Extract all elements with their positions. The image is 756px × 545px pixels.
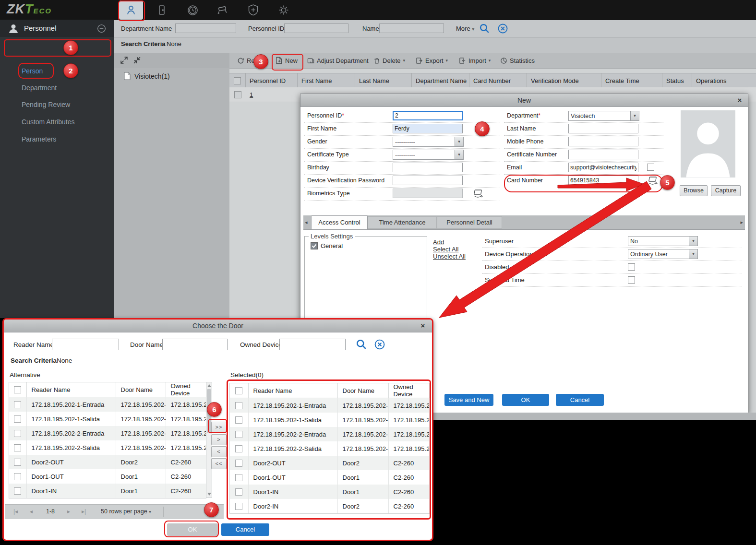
certificate-number-field[interactable] (568, 150, 638, 159)
module-tab-system[interactable] (272, 0, 296, 20)
tab-scroll-right-icon[interactable]: ▸ (740, 219, 743, 225)
superuser-select[interactable]: No▾ (628, 236, 698, 246)
row-checkbox[interactable] (230, 398, 248, 413)
general-checkbox[interactable] (311, 242, 318, 249)
module-tab-attendance[interactable] (180, 0, 204, 20)
cancel-button[interactable]: Cancel (556, 394, 604, 406)
card-number-field[interactable] (568, 176, 638, 185)
new-button[interactable]: New (276, 56, 298, 65)
module-tab-personnel[interactable] (119, 0, 143, 20)
minus-circle-icon[interactable] (97, 24, 106, 35)
row-checkbox[interactable] (230, 427, 248, 441)
collapse-all-icon[interactable] (133, 56, 141, 66)
select-all-checkbox[interactable] (9, 382, 26, 397)
row-checkbox[interactable] (230, 413, 248, 427)
tree-node-visiotech[interactable]: Visiotech(1) (134, 72, 170, 80)
move-all-right-button[interactable]: >> (211, 422, 227, 433)
sidebar-item-custom-attributes[interactable]: Custom Attributes (22, 118, 94, 129)
module-tab-device[interactable] (150, 0, 174, 20)
biometrics-type-field[interactable] (393, 189, 463, 198)
move-left-button[interactable]: < (211, 446, 227, 457)
first-name-field[interactable] (393, 124, 463, 133)
close-icon[interactable]: × (735, 96, 744, 105)
department-name-input[interactable] (175, 24, 236, 33)
row-checkbox[interactable] (9, 426, 26, 440)
module-tab-video[interactable] (210, 0, 234, 20)
personnel-id-field[interactable] (393, 111, 463, 120)
ok-button[interactable]: OK (502, 394, 549, 406)
last-page-icon[interactable]: ▸| (82, 508, 86, 515)
ok-button[interactable]: OK (167, 523, 218, 536)
device-verification-password-field[interactable] (393, 176, 463, 185)
table-row[interactable]: 172.18.195.202-2-Salida172.18.195.202-21… (9, 440, 206, 455)
adjust-department-button[interactable]: Adjust Department (307, 56, 369, 65)
department-select[interactable]: Visiotech▾ (568, 111, 639, 121)
table-row[interactable]: Door2-INDoor2C2-260 (230, 499, 430, 513)
move-all-left-button[interactable]: << (211, 458, 227, 469)
cancel-button[interactable]: Cancel (221, 523, 269, 536)
table-row[interactable]: Door2-OUTDoor2C2-260 (230, 456, 430, 470)
save-and-new-button[interactable]: Save and New (444, 394, 493, 406)
export-button[interactable]: Export ▾ (416, 56, 448, 65)
row-checkbox[interactable] (9, 484, 26, 498)
email-checkbox[interactable] (647, 164, 654, 171)
name-input[interactable] (379, 24, 444, 33)
reader-name-input[interactable] (52, 339, 119, 350)
sidebar-item-person[interactable]: Person (22, 67, 94, 78)
row-checkbox[interactable] (9, 440, 26, 455)
row-checkbox[interactable] (230, 441, 248, 456)
capture-button[interactable]: Capture (711, 185, 741, 196)
disabled-checkbox[interactable] (628, 263, 635, 271)
clear-search-icon[interactable] (374, 339, 385, 352)
tab-time-attendance[interactable]: Time Attendance (368, 216, 437, 229)
import-button[interactable]: Import ▾ (459, 56, 491, 65)
select-all-checkbox[interactable] (229, 73, 246, 88)
search-icon[interactable] (479, 23, 490, 36)
gender-select[interactable]: ----------▾ (393, 137, 464, 147)
prev-page-icon[interactable]: ◂ (30, 508, 33, 515)
clear-search-icon[interactable] (497, 23, 508, 36)
row-checkbox[interactable] (230, 485, 248, 499)
table-row[interactable]: 172.18.195.202-2-Entrada172.18.195.202-2… (9, 426, 206, 440)
close-icon[interactable]: × (419, 321, 427, 330)
door-name-input[interactable] (162, 339, 228, 350)
personnel-id-input[interactable] (284, 24, 348, 33)
table-row[interactable]: 172.18.195.202-1-Salida172.18.195.202-11… (9, 412, 206, 426)
sidebar-item-parameters[interactable]: Parameters (22, 135, 94, 146)
rows-per-page-select[interactable]: 50 rows per page ▾ (101, 508, 151, 515)
browse-button[interactable]: Browse (680, 185, 708, 196)
certificate-type-select[interactable]: ----------▾ (393, 150, 464, 160)
table-row[interactable]: Door1-INDoor1C2-260 (9, 484, 206, 498)
scroll-up-icon[interactable] (207, 384, 211, 387)
module-tab-security[interactable] (241, 0, 265, 20)
row-checkbox[interactable] (9, 455, 26, 469)
personnel-id-link[interactable]: 1 (250, 91, 253, 98)
tab-access-control[interactable]: Access Control (311, 215, 368, 229)
search-icon[interactable] (356, 339, 367, 352)
more-dropdown[interactable]: More ▾ (456, 25, 474, 32)
table-row[interactable]: Door1-OUTDoor1C2-260 (230, 470, 430, 485)
card-swipe-icon[interactable] (473, 188, 485, 199)
table-row[interactable]: Door2-OUTDoor2C2-260 (9, 455, 206, 469)
device-operation-role-select[interactable]: Ordinary User▾ (628, 249, 698, 259)
last-name-field[interactable] (568, 124, 638, 133)
row-checkbox[interactable] (230, 456, 248, 470)
table-row[interactable]: Door1-OUTDoor1C2-260 (9, 469, 206, 484)
table-row[interactable]: 172.18.195.202-2-Salida172.18.195.202-21… (230, 441, 430, 456)
sidebar-item-pending-review[interactable]: Pending Review (22, 101, 94, 111)
next-page-icon[interactable]: ▸ (67, 508, 70, 515)
move-right-button[interactable]: > (211, 434, 227, 445)
scroll-down-icon[interactable] (207, 493, 211, 496)
row-checkbox[interactable] (9, 469, 26, 484)
row-checkbox[interactable] (9, 397, 26, 412)
row-checkbox[interactable] (230, 470, 248, 485)
birthday-field[interactable] (393, 163, 463, 172)
row-checkbox[interactable] (230, 499, 248, 513)
card-swipe-icon[interactable] (648, 175, 660, 186)
row-checkbox[interactable] (229, 87, 246, 102)
expand-all-icon[interactable] (120, 56, 128, 66)
tab-scroll-left-icon[interactable]: ◂ (305, 219, 308, 225)
table-row[interactable]: 172.18.195.202-1-Entrada172.18.195.202-1… (9, 397, 206, 412)
mobile-phone-field[interactable] (568, 137, 638, 146)
add-link[interactable]: Add (433, 238, 444, 246)
